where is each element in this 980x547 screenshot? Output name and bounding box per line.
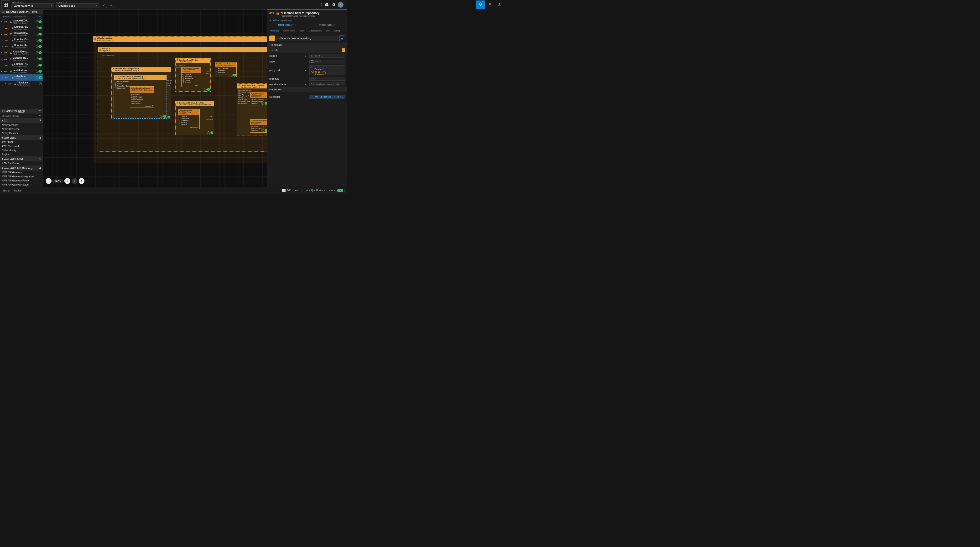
asset-item[interactable]: AWS API Gateway Stage [0, 183, 43, 187]
component-title: si-lambda-how-to-repository [281, 11, 340, 15]
drag-handle-icon[interactable]: ⋰ [343, 182, 345, 185]
svg-rect-0 [4, 3, 6, 5]
field-registryid[interactable]: registryId I abc [267, 76, 347, 81]
asset-item[interactable]: Netlify Account [0, 123, 43, 127]
merge-button[interactable] [101, 2, 107, 8]
zoom-help-button[interactable]: ? [72, 178, 77, 184]
subtab-debug[interactable]: Debug [332, 29, 341, 33]
chevron-down-icon: ▼ [50, 5, 52, 7]
gear-icon[interactable] [332, 3, 336, 7]
field-repositoryname[interactable]: repositoryName ● lambda-how-to-reposito… [267, 81, 347, 87]
assets-header[interactable]: ASSETS 134 ? [0, 109, 43, 113]
asset-item[interactable]: Netlify Credential [0, 127, 43, 131]
asset-item[interactable]: AWS Credential [0, 144, 43, 148]
subtab-attributes[interactable]: Attributes [268, 29, 280, 33]
app-logo[interactable] [2, 0, 10, 9]
filter-icon[interactable]: ▼ [39, 114, 41, 117]
svg-rect-2 [4, 5, 6, 6]
more-icon[interactable]: ⋮ [342, 11, 345, 17]
subtab-code[interactable]: Code [298, 29, 306, 33]
footer-qualifications[interactable]: ✓ Qualifications Total: 13✓13 [306, 189, 344, 192]
search-icon: ⌕ [2, 15, 3, 18]
field-policytext[interactable]: policyText ● { "Version": "2008-10-17", … [267, 64, 347, 76]
subtab-diff[interactable]: Diff [325, 29, 331, 33]
help-icon[interactable]: ? [320, 3, 323, 7]
tab-resource[interactable]: RESOURCE✓ [307, 22, 347, 28]
svg-point-4 [103, 3, 103, 4]
section-extra[interactable]: ▾≡extra ! [267, 48, 347, 53]
warning-badge: ! [342, 48, 345, 52]
node-allow-lambda[interactable]: AllowLambdaAccess AWS IAM Policy Stateme… [130, 86, 154, 108]
outline-item[interactable]: ▾aws⊞LambdaPer...AWS IAM Polic...✓✓ [0, 25, 43, 31]
node-func-url[interactable]: FunctionPublicUrl AWS Lambda Function UR… [250, 92, 267, 105]
search-components-input[interactable] [3, 15, 38, 18]
outline-header[interactable]: DEFAULT OUTLINE 13 [0, 10, 43, 14]
outline-item[interactable]: ▾aws⊞HelloWorldN...AWS Lambda Fu...✓✓ [0, 31, 43, 37]
brand-name: System Initiative [2, 189, 279, 192]
zoom-out-button[interactable]: − [46, 178, 51, 184]
svg-rect-13 [5, 119, 7, 122]
svg-rect-1 [6, 3, 8, 5]
node-permission[interactable]: LambdaPermission AWS IAM Policy Statemen… [178, 109, 200, 129]
asset-group[interactable]: ▾awsAWS API Gateway4 [0, 165, 43, 170]
section-domain[interactable]: ▾≡domain [267, 43, 347, 48]
footer-diff[interactable]: ~ Diff Total: 13 [282, 189, 303, 192]
subtab-qualifications[interactable]: Qualifications [307, 29, 323, 33]
zoom-level: 60% [53, 179, 63, 183]
asset-item[interactable]: Netlify Member [0, 131, 43, 135]
discord-icon[interactable] [325, 3, 329, 7]
outline-item[interactable]: ▾aws⊞LambdaECR...AWS IAM Custo...✓✓ [0, 19, 43, 25]
outline-item[interactable]: ▾aws⊞si-lambda-...AWS ECR Priv...✓✓ [0, 75, 43, 81]
field-region[interactable]: Region ● us-east-1 [267, 53, 347, 59]
delete-button[interactable] [108, 2, 114, 8]
changeset-label: CHANGE SET: [56, 1, 99, 3]
plus-icon: ⊞ [269, 19, 271, 21]
aws-icon: aws [269, 11, 274, 14]
frame-toggle-button[interactable]: ⊞ [339, 35, 345, 41]
outline-item[interactable]: ▾aws⊞Lambda Tru...AWS IAM Role✓✓ [0, 56, 43, 62]
asset-item[interactable]: AWS API Gateway Integration [0, 175, 43, 179]
search-assets-input[interactable] [3, 114, 38, 117]
svg-rect-3 [6, 5, 8, 6]
field-credential[interactable]: credential ⊶ AWS Credential / si-tools-s… [267, 94, 347, 100]
outline-item[interactable]: ▾aws⊞AttachExecu...AWS IAM Role P...✓✓ [0, 49, 43, 56]
outline-item[interactable]: ▾aws⊞LambdaTru...AWS IAM Polic...✓✓ [0, 62, 43, 68]
canvas[interactable]: ⊞ si-tools-sandbox AWS Credential: 1 AWS… [43, 10, 267, 187]
node-trust-state[interactable]: LambdaTrustPolicyState AWS IAM Policy St… [181, 67, 201, 87]
outline-item[interactable]: ▾aws⊞lambda-how...AWS ECR Privat...✓✓ [0, 68, 43, 75]
node-func-perm[interactable]: FunctionPublicPermissi AWS Lambda Permis… [250, 119, 267, 133]
search-icon: ⌕ [2, 114, 3, 117]
frame-icon: ⊞ [276, 11, 279, 17]
asset-item[interactable]: AWS API Gateway [0, 170, 43, 175]
filter-icon[interactable]: ▼ [39, 15, 41, 18]
outline-item[interactable]: ▾aws⊞AllowLam...AWS IAM Pol...✓ [0, 81, 43, 87]
node-attach-role[interactable]: AttachExecutionRole AWS IAM Role Policy … [215, 62, 237, 77]
asset-item[interactable]: ACM Certificate [0, 161, 43, 165]
component-subtitle: AWS ECR Private Repository Policy [281, 15, 340, 17]
field-force[interactable]: force I FALSE [267, 59, 347, 64]
asset-item[interactable]: AWS API Gateway Route [0, 179, 43, 183]
workspace-label: WORKSPACE: [11, 1, 54, 3]
asset-group-top[interactable]: ▾ 3 [0, 118, 43, 123]
outline-item[interactable]: ▾aws⊞FunctionPu...AWS Lambda ...✓✓ [0, 43, 43, 49]
help-icon[interactable]: ? [39, 110, 41, 113]
section-secrets[interactable]: ▾≡secrets [267, 87, 347, 92]
avatar[interactable]: P [338, 2, 344, 8]
color-swatch[interactable] [269, 35, 275, 41]
tab-component[interactable]: COMPONENT✓ [267, 22, 307, 28]
svg-point-5 [103, 5, 103, 6]
subtab-connections[interactable]: Connections [282, 29, 296, 33]
asset-group[interactable]: ▾awsAWS ACM1 [0, 156, 43, 161]
asset-item[interactable]: AWS ARN [0, 140, 43, 144]
zoom-in-button[interactable]: + [64, 178, 70, 184]
workspace-dropdown[interactable]: Lambha how-to ▼ [11, 3, 54, 8]
asset-group[interactable]: ▾awsAWS4 [0, 135, 43, 140]
chevron-down-icon: ▼ [95, 5, 97, 7]
changeset-dropdown[interactable]: Change Set 2 ▼ [56, 3, 99, 8]
download-button[interactable] [79, 178, 84, 184]
asset-item[interactable]: Caller Identity [0, 148, 43, 153]
asset-item[interactable]: Region [0, 153, 43, 156]
component-name-input[interactable] [277, 36, 338, 41]
outline-item[interactable]: ▾aws⊞FunctionPu...AWS Lambda ...✓✓ [0, 37, 43, 43]
